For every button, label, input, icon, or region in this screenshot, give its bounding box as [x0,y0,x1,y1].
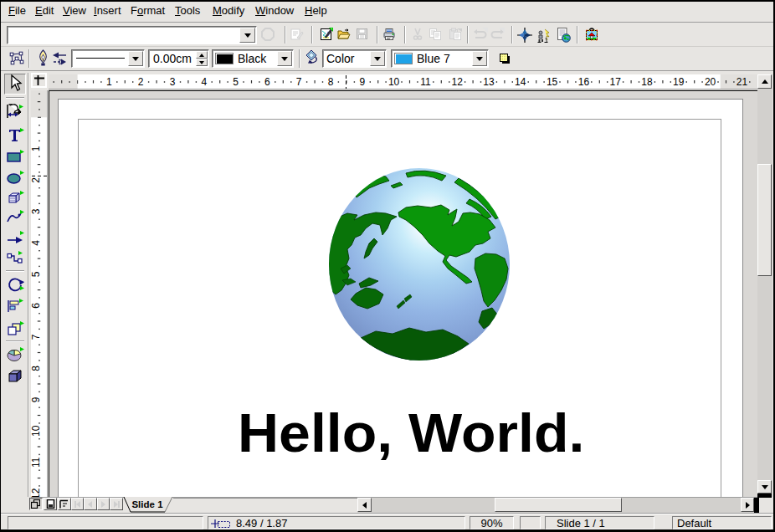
svg-text:4: 4 [31,240,42,246]
svg-text:1: 1 [106,76,112,88]
svg-text:Slide 1: Slide 1 [131,499,163,509]
svg-text:7: 7 [296,76,302,88]
svg-text:5: 5 [233,76,239,88]
svg-text:16: 16 [578,76,590,88]
svg-text:1: 1 [31,146,42,151]
svg-text:10: 10 [388,76,400,88]
svg-text:11: 11 [31,457,42,468]
svg-text:8: 8 [31,366,42,371]
svg-text:9: 9 [31,396,42,402]
svg-text:6: 6 [31,303,42,309]
svg-text:10: 10 [31,425,42,437]
svg-text:13: 13 [483,76,495,88]
svg-text:5: 5 [31,271,42,277]
svg-text:6: 6 [264,76,270,88]
svg-text:20: 20 [705,76,716,88]
svg-text:9: 9 [359,76,365,88]
svg-text:2: 2 [31,177,42,183]
svg-text:19: 19 [673,76,685,88]
svg-text:17: 17 [610,76,622,88]
svg-text:14: 14 [515,76,526,88]
svg-text:8: 8 [328,76,334,88]
svg-text:18: 18 [641,76,653,88]
svg-text:3: 3 [170,76,176,88]
svg-text:12: 12 [452,76,464,88]
svg-text:12: 12 [31,488,42,497]
svg-text:15: 15 [547,76,558,88]
svg-text:3: 3 [31,208,42,214]
svg-text:7: 7 [31,334,42,340]
svg-text:4: 4 [201,76,207,88]
svg-text:21: 21 [737,76,748,88]
svg-text:2: 2 [138,76,144,88]
svg-text:11: 11 [420,76,431,88]
